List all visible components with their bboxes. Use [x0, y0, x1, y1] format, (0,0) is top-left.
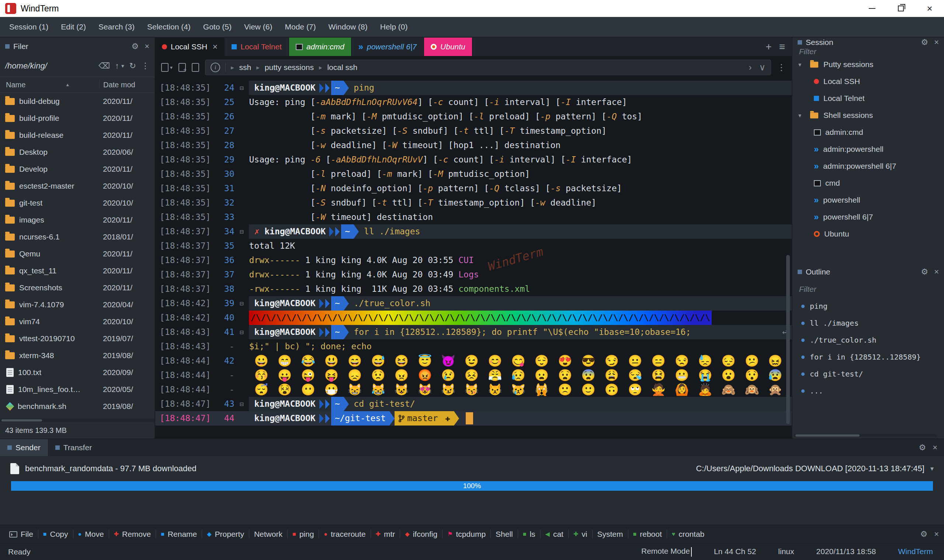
outline-close-icon[interactable]: ×: [934, 267, 939, 277]
session-filter-input[interactable]: Filter: [799, 47, 816, 56]
menu-item[interactable]: Session (1): [3, 17, 55, 37]
terminal[interactable]: [18:48:35]24⊟king@MACBOOK~ ping[18:48:35…: [155, 79, 792, 438]
breadcrumb-item[interactable]: putty sessions: [265, 63, 314, 72]
outline-filter-input[interactable]: Filter: [799, 285, 816, 294]
transfer-dropdown-icon[interactable]: ▾: [930, 465, 934, 473]
tool-ifconfig[interactable]: ◆ifconfig: [401, 525, 441, 543]
file-row[interactable]: images2020/11/: [0, 211, 154, 228]
file-row[interactable]: build-debug2020/11/: [0, 93, 154, 110]
backspace-icon[interactable]: ⌫: [99, 61, 110, 71]
paste-button[interactable]: [192, 63, 199, 72]
file-row[interactable]: Screenshots2020/11/: [0, 279, 154, 296]
outline-settings-icon[interactable]: ⚙: [921, 267, 928, 277]
menu-item[interactable]: Help (0): [374, 17, 414, 37]
session-item[interactable]: »powershell: [793, 192, 944, 209]
session-item[interactable]: ▾Shell sessions: [793, 107, 944, 124]
tool-traceroute[interactable]: ●traceroute: [320, 525, 370, 543]
terminal-more-icon[interactable]: ⋮: [777, 62, 786, 72]
fold-marker[interactable]: ⊟: [234, 81, 249, 95]
duplicate-session-button[interactable]: [179, 63, 186, 72]
outline-item[interactable]: for i in {128512..128589}: [793, 349, 944, 366]
info-icon[interactable]: i: [211, 63, 220, 72]
file-row[interactable]: Desktop2020/06/: [0, 144, 154, 161]
tool-crontab[interactable]: ♥crontab: [668, 525, 709, 543]
fold-marker[interactable]: ⊟: [234, 325, 249, 339]
status-position[interactable]: Ln 44 Ch 52: [714, 547, 756, 556]
file-row[interactable]: 100.txt2020/09/: [0, 364, 154, 381]
filer-hscrollbar[interactable]: [0, 418, 154, 422]
status-mode[interactable]: Remote Mode: [641, 547, 692, 556]
tool-shell[interactable]: Shell: [492, 525, 517, 543]
terminal-scrollbar[interactable]: [785, 79, 791, 438]
outline-item[interactable]: ll ./images: [793, 315, 944, 332]
file-row[interactable]: vim-7.4.10792020/04/: [0, 296, 154, 313]
filer-settings-icon[interactable]: ⚙: [131, 42, 139, 51]
menu-item[interactable]: Edit (2): [55, 17, 92, 37]
file-row[interactable]: vim742020/10/: [0, 313, 154, 330]
filer-close-icon[interactable]: ×: [145, 42, 150, 51]
tool-file[interactable]: File: [5, 525, 37, 543]
fold-marker[interactable]: ⊟: [234, 296, 249, 311]
tool-property[interactable]: ◆Property: [203, 525, 248, 543]
outline-item[interactable]: cd git-test/: [793, 366, 944, 382]
file-row[interactable]: build-profile2020/11/: [0, 110, 154, 127]
menu-item[interactable]: Selection (4): [141, 17, 197, 37]
file-row[interactable]: xterm-3482019/08/: [0, 347, 154, 364]
file-row[interactable]: 10m_lines_foo.t…2020/05/: [0, 381, 154, 398]
file-row[interactable]: Qemu2020/11/: [0, 245, 154, 262]
tool-vi[interactable]: ✚vi: [569, 525, 591, 543]
breadcrumb-item[interactable]: local ssh: [327, 63, 357, 72]
outline-item[interactable]: ./true_color.sh: [793, 332, 944, 349]
outline-hscrollbar[interactable]: [794, 434, 936, 437]
tool-mtr[interactable]: ✚mtr: [372, 525, 400, 543]
tab-local-telnet[interactable]: Local Telnet: [225, 38, 289, 56]
session-item[interactable]: Ubuntu: [793, 226, 944, 242]
file-row[interactable]: ncurses-6.12018/01/: [0, 228, 154, 245]
chevron-down-icon[interactable]: ▾: [121, 63, 124, 69]
menu-item[interactable]: Search (3): [92, 17, 141, 37]
file-list[interactable]: build-debug2020/11/build-profile2020/11/…: [0, 93, 154, 418]
file-row[interactable]: qx_test_112020/11/: [0, 262, 154, 279]
tool-remove[interactable]: ✚Remove: [110, 525, 155, 543]
breadcrumb-item[interactable]: ssh: [239, 63, 251, 72]
sender-tab-sender[interactable]: Sender: [0, 439, 48, 456]
path-input[interactable]: /home/king/: [5, 61, 93, 71]
file-row[interactable]: esctest2-master2020/10/: [0, 178, 154, 194]
transfer-item[interactable]: benchmark_randomdata - 97.7 MB downloade…: [0, 456, 944, 481]
session-item[interactable]: »admin:powershell: [793, 141, 944, 158]
chevron-right-icon[interactable]: ›: [748, 62, 751, 72]
up-directory-icon[interactable]: ↑: [115, 61, 119, 71]
column-header-date[interactable]: Date mod: [99, 81, 154, 89]
file-row[interactable]: git-test2020/10/: [0, 194, 154, 211]
session-item[interactable]: Local Telnet: [793, 90, 944, 107]
tool-reboot[interactable]: ■reboot: [629, 525, 666, 543]
file-row[interactable]: Develop2020/11/: [0, 161, 154, 178]
fold-marker[interactable]: ⊟: [234, 397, 249, 411]
new-tab-button[interactable]: +: [765, 41, 771, 53]
scrollbar-thumb[interactable]: [795, 434, 859, 437]
file-row[interactable]: build-release2020/11/: [0, 127, 154, 144]
fold-marker[interactable]: ⊟: [234, 225, 249, 239]
menu-item[interactable]: Mode (7): [279, 17, 322, 37]
session-item[interactable]: admin:cmd: [793, 124, 944, 141]
tool-network[interactable]: Network: [250, 525, 287, 543]
tool-cat[interactable]: ◀cat: [541, 525, 568, 543]
more-icon[interactable]: ⋮: [141, 61, 150, 71]
menu-item[interactable]: Window (8): [322, 17, 374, 37]
scrollbar-thumb[interactable]: [786, 255, 790, 424]
tab-list-button[interactable]: ≡: [779, 41, 785, 53]
restore-button[interactable]: [887, 0, 915, 17]
tool-rename[interactable]: ■Rename: [157, 525, 201, 543]
session-close-icon[interactable]: ×: [934, 38, 939, 47]
session-item[interactable]: »powershell 6|7: [793, 209, 944, 226]
file-row[interactable]: benchmark.sh2019/08/: [0, 398, 154, 415]
close-button[interactable]: ×: [915, 0, 944, 17]
outline-item[interactable]: ping: [793, 298, 944, 315]
tab-ubuntu[interactable]: Ubuntu: [424, 38, 473, 56]
session-item[interactable]: »admin:powershell 6|7: [793, 158, 944, 175]
column-header-name[interactable]: Name ▲: [0, 81, 99, 89]
file-row[interactable]: vttest-201907102019/07/: [0, 330, 154, 347]
tool-system[interactable]: System: [593, 525, 627, 543]
session-item[interactable]: cmd: [793, 175, 944, 192]
toolbar-close-icon[interactable]: ×: [934, 529, 939, 539]
